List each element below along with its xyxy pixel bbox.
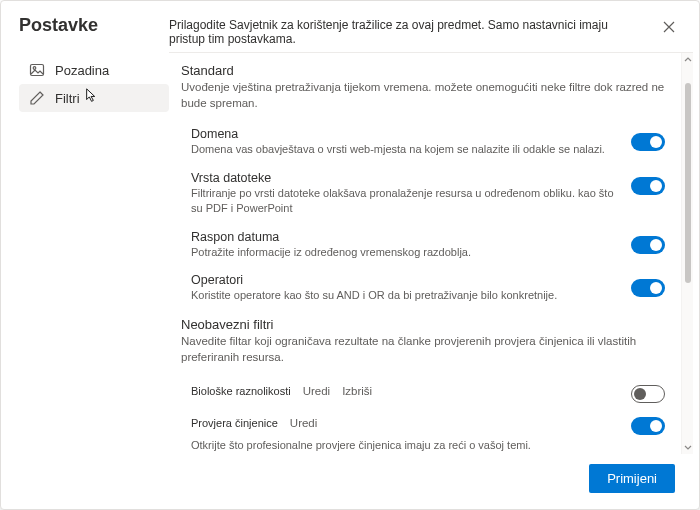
filter-name: Raspon datuma [191,230,619,244]
dialog-body: Pozadina Filtri Standard Uvođenje vješti… [1,52,699,454]
toggle-biodiversity[interactable] [631,385,665,403]
content-panel: Standard Uvođenje vještina pretraživanja… [169,52,693,454]
page-title: Postavke [19,15,169,36]
scrollbar-up-arrow[interactable] [682,53,693,67]
toggle-operators[interactable] [631,279,665,297]
filter-desc: Potražite informacije iz određenog vreme… [191,245,619,260]
delete-link[interactable]: Izbriši [342,385,372,397]
edit-link[interactable]: Uredi [303,385,330,397]
optional-filter-name: Provjera činjenice [191,417,278,429]
toggle-filetype[interactable] [631,177,665,195]
scrollbar-thumb[interactable] [685,83,691,283]
scroll-area: Standard Uvođenje vještina pretraživanja… [169,53,681,454]
scrollbar-down-arrow[interactable] [682,440,693,454]
filter-name: Vrsta datoteke [191,171,619,185]
apply-button[interactable]: Primijeni [589,464,675,493]
dialog-header: Postavke Prilagodite Savjetnik za korišt… [1,1,699,52]
close-button[interactable] [657,15,681,39]
sidebar: Pozadina Filtri [19,52,169,454]
page-subtitle: Prilagodite Savjetnik za korištenje traž… [169,15,657,46]
optional-row-factcheck: Provjera činjenice Uredi [181,407,671,439]
filter-row-domain: Domena Domena vas obavještava o vrsti we… [181,121,671,165]
filter-name: Operatori [191,273,619,287]
sidebar-item-background[interactable]: Pozadina [19,56,169,84]
settings-dialog: Postavke Prilagodite Savjetnik za korišt… [0,0,700,510]
pencil-icon [29,90,45,106]
sidebar-item-label: Filtri [55,91,80,106]
section-desc-standard: Uvođenje vještina pretraživanja tijekom … [181,80,671,111]
toggle-domain[interactable] [631,133,665,151]
filter-row-filetype: Vrsta datoteke Filtriranje po vrsti dato… [181,165,671,224]
filter-desc: Filtriranje po vrsti datoteke olakšava p… [191,186,619,216]
dialog-footer: Primijeni [1,454,699,509]
filter-desc: Koristite operatore kao što su AND i OR … [191,288,619,303]
close-icon [663,21,675,33]
filter-row-operators: Operatori Koristite operatore kao što su… [181,267,671,311]
sidebar-item-label: Pozadina [55,63,109,78]
chevron-down-icon [684,443,692,451]
optional-filter-name: Biološke raznolikosti [191,385,291,397]
svg-point-1 [33,67,36,70]
filter-row-daterange: Raspon datuma Potražite informacije iz o… [181,224,671,268]
sidebar-item-filters[interactable]: Filtri [19,84,169,112]
image-icon [29,62,45,78]
filter-desc: Domena vas obavještava o vrsti web-mjest… [191,142,619,157]
section-title-optional: Neobavezni filtri [181,317,671,332]
scrollbar[interactable] [681,53,693,454]
filter-name: Domena [191,127,619,141]
section-title-standard: Standard [181,63,671,78]
optional-filter-desc: Otkrijte što profesionalne provjere činj… [181,439,671,454]
section-desc-optional: Navedite filtar koji ograničava rezultat… [181,334,671,365]
cursor-icon [84,88,100,104]
svg-rect-0 [31,65,44,76]
edit-link[interactable]: Uredi [290,417,317,429]
chevron-up-icon [684,56,692,64]
optional-row-biodiversity: Biološke raznolikosti Uredi Izbriši [181,375,671,407]
toggle-daterange[interactable] [631,236,665,254]
optional-section: Neobavezni filtri Navedite filtar koji o… [181,317,671,454]
toggle-factcheck[interactable] [631,417,665,435]
